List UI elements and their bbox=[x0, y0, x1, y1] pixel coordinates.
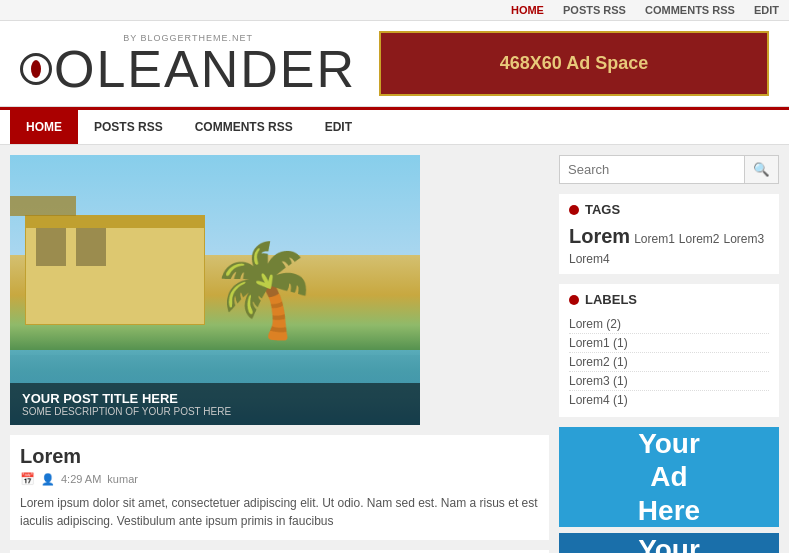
post-time: 4:29 AM bbox=[61, 473, 101, 485]
post-listing: Lorem 📅 👤 4:29 AM kumar Lorem ipsum dolo… bbox=[10, 435, 549, 540]
topbar-posts-rss[interactable]: POSTS RSS bbox=[563, 4, 626, 16]
nav-home[interactable]: HOME bbox=[10, 110, 78, 144]
nav-posts-rss[interactable]: POSTS RSS bbox=[78, 110, 179, 144]
topbar-home[interactable]: HOME bbox=[511, 4, 544, 16]
tag-lorem[interactable]: Lorem bbox=[569, 225, 630, 248]
ad-banner[interactable]: 468X60 Ad Space bbox=[379, 31, 769, 96]
label-lorem[interactable]: Lorem (2) bbox=[569, 315, 769, 334]
search-button[interactable]: 🔍 bbox=[744, 156, 778, 183]
tag-lorem1[interactable]: Lorem1 bbox=[634, 232, 675, 246]
featured-post-desc: SOME DESCRIPTION OF YOUR POST HERE bbox=[22, 406, 408, 417]
post-title[interactable]: Lorem bbox=[20, 445, 539, 468]
nav-bar: HOME POSTS RSS COMMENTS RSS EDIT bbox=[0, 107, 789, 145]
featured-post-title: YOUR POST TITLE HERE bbox=[22, 391, 408, 406]
header: BY BLOGGERTHEME.NET OLEANDER 468X60 Ad S… bbox=[0, 21, 789, 107]
nav-comments-rss[interactable]: COMMENTS RSS bbox=[179, 110, 309, 144]
search-input[interactable] bbox=[560, 156, 744, 183]
post-excerpt: Lorem ipsum dolor sit amet, consectetuer… bbox=[20, 494, 539, 530]
topbar-comments-rss[interactable]: COMMENTS RSS bbox=[645, 4, 735, 16]
logo-icon bbox=[20, 53, 52, 85]
logo-area: BY BLOGGERTHEME.NET OLEANDER bbox=[20, 33, 356, 95]
top-bar: HOME POSTS RSS COMMENTS RSS EDIT bbox=[0, 0, 789, 21]
tags-widget: TAGS Lorem Lorem1 Lorem2 Lorem3 Lorem4 bbox=[559, 194, 779, 274]
tag-lorem4[interactable]: Lorem4 bbox=[569, 252, 610, 266]
tag-lorem3[interactable]: Lorem3 bbox=[724, 232, 765, 246]
label-lorem3[interactable]: Lorem3 (1) bbox=[569, 372, 769, 391]
tags-dot bbox=[569, 205, 579, 215]
post-author: kumar bbox=[107, 473, 138, 485]
tag-lorem2[interactable]: Lorem2 bbox=[679, 232, 720, 246]
calendar-icon: 📅 bbox=[20, 472, 35, 486]
logo-text: OLEANDER bbox=[20, 43, 356, 95]
post-overlay: YOUR POST TITLE HERE SOME DESCRIPTION OF… bbox=[10, 383, 420, 425]
label-lorem1[interactable]: Lorem1 (1) bbox=[569, 334, 769, 353]
nav-edit[interactable]: EDIT bbox=[309, 110, 368, 144]
post-meta: 📅 👤 4:29 AM kumar bbox=[20, 472, 539, 486]
logo-circle-inner bbox=[31, 60, 41, 78]
sidebar: 🔍 TAGS Lorem Lorem1 Lorem2 Lorem3 Lorem4… bbox=[559, 155, 779, 553]
featured-image: 🌴 YOUR POST TITLE HERE SOME DESCRIPTION … bbox=[10, 155, 420, 425]
ad-block-1[interactable]: YourAdHere bbox=[559, 427, 779, 527]
label-lorem2[interactable]: Lorem2 (1) bbox=[569, 353, 769, 372]
logo-word: OLEANDER bbox=[54, 43, 356, 95]
label-lorem4[interactable]: Lorem4 (1) bbox=[569, 391, 769, 409]
tags-area: Lorem Lorem1 Lorem2 Lorem3 Lorem4 bbox=[569, 225, 769, 266]
search-box: 🔍 bbox=[559, 155, 779, 184]
labels-widget: LABELS Lorem (2) Lorem1 (1) Lorem2 (1) L… bbox=[559, 284, 779, 417]
topbar-edit[interactable]: EDIT bbox=[754, 4, 779, 16]
tags-title: TAGS bbox=[569, 202, 769, 217]
main-layout: 🌴 YOUR POST TITLE HERE SOME DESCRIPTION … bbox=[0, 145, 789, 553]
content-area: 🌴 YOUR POST TITLE HERE SOME DESCRIPTION … bbox=[10, 155, 549, 553]
ad-block-container: YourAdHere YourAdHere bbox=[559, 427, 779, 553]
author-icon: 👤 bbox=[41, 473, 55, 486]
ad-block-2[interactable]: YourAdHere bbox=[559, 533, 779, 553]
labels-dot bbox=[569, 295, 579, 305]
labels-title: LABELS bbox=[569, 292, 769, 307]
